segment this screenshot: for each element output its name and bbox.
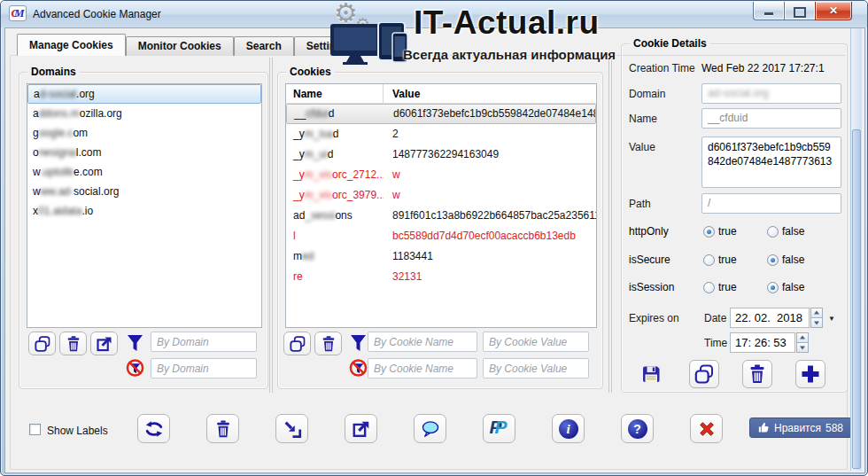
domain-field-value: ad-social.org: [708, 87, 769, 99]
domain-row[interactable]: w.uptolike.com: [27, 162, 261, 182]
domain-block-input[interactable]: [151, 358, 257, 378]
copy-button[interactable]: [283, 332, 311, 355]
radio-httponly-true[interactable]: [703, 226, 715, 238]
tab-monitor-cookies[interactable]: Monitor Cookies: [126, 36, 234, 56]
comment-button[interactable]: [414, 414, 446, 443]
help-button[interactable]: ?: [621, 414, 654, 443]
domain-row[interactable]: www.ad-social.org: [27, 182, 261, 201]
spinner-up-icon[interactable]: [796, 332, 809, 343]
date-dropdown-arrow[interactable]: [828, 311, 839, 324]
domain-row[interactable]: addons.mozilla.org: [27, 104, 261, 123]
cookie-row[interactable]: _ym_visorc_2712...w: [286, 165, 596, 185]
cookie-name-filter-input[interactable]: [368, 332, 477, 352]
app-icon: CM: [9, 5, 27, 21]
spinner-up-icon[interactable]: [810, 308, 823, 318]
show-labels-label: Show Labels: [47, 425, 108, 437]
close-icon: [697, 419, 717, 439]
cookie-row[interactable]: __cfduidd6061f373ebefc1b9cb559842de07484…: [286, 104, 596, 124]
save-button[interactable]: [636, 360, 666, 388]
domain-filter-input[interactable]: [151, 332, 257, 352]
domains-group: Domains ad-social.orgaddons.mozilla.orgg…: [19, 72, 268, 389]
cookie-row[interactable]: _ym_visorc_3979...w: [286, 185, 596, 206]
cookie-value-cell: bc5589dd7d4d70ecf00acaccb6b13edb: [384, 226, 596, 246]
domain-row[interactable]: ad-social.org: [27, 84, 261, 104]
tab-settings[interactable]: Settings: [294, 36, 360, 56]
cookie-value-block-input[interactable]: [483, 358, 589, 378]
close-window-button[interactable]: [815, 2, 852, 20]
cookie-name-block-input[interactable]: [368, 358, 477, 378]
import-button[interactable]: [275, 414, 308, 443]
value-field[interactable]: d6061f373ebefc1b9cb559842de07484e1487773…: [701, 137, 841, 188]
delete-button[interactable]: [59, 332, 87, 355]
flag-row-httponly: httpOnlytruefalse: [622, 225, 847, 239]
cookie-row[interactable]: _ym_uid148777362294163049: [286, 144, 596, 165]
radio-issession-true[interactable]: [703, 282, 715, 293]
close-button[interactable]: [690, 414, 723, 443]
date-spinner[interactable]: [810, 308, 823, 328]
domain-row[interactable]: onesignal.com: [27, 143, 261, 162]
cookie-row[interactable]: _ym_isad2: [286, 124, 596, 144]
tab-manage-cookies[interactable]: Manage Cookies: [17, 34, 126, 56]
cookie-name-text: ad: [293, 209, 305, 222]
domain-row[interactable]: google.com: [27, 123, 261, 143]
delete-button[interactable]: [314, 332, 342, 355]
cookie-name-text: _y: [293, 128, 305, 140]
info-button[interactable]: i: [552, 414, 585, 443]
radio-issecure-true[interactable]: [703, 254, 715, 266]
like-button[interactable]: Нравится 588: [749, 417, 852, 438]
radio-httponly-false[interactable]: [767, 226, 779, 238]
radio-label-false: false: [782, 225, 804, 238]
domain-field[interactable]: ad-social.org: [701, 83, 841, 104]
cookie-value-filter-input[interactable]: [483, 332, 589, 352]
spinner-down-icon[interactable]: [810, 318, 823, 328]
cookie-value-cell: 148777362294163049: [384, 144, 596, 165]
name-field[interactable]: __cfduid: [701, 108, 841, 129]
copy-button[interactable]: [28, 332, 56, 355]
delete-button[interactable]: [206, 414, 239, 443]
cookie-name-cell: l: [286, 226, 384, 246]
cookie-value-cell: w: [384, 165, 596, 185]
maximize-button[interactable]: [785, 2, 815, 20]
export-icon: [96, 335, 113, 353]
copy-icon: [289, 335, 306, 353]
path-field[interactable]: /: [701, 193, 841, 214]
cookie-name-text: cfdui: [306, 107, 328, 120]
refresh-button[interactable]: [137, 414, 170, 443]
tab-search[interactable]: Search: [234, 36, 294, 56]
export-button[interactable]: [345, 414, 377, 443]
domain-text: d-social: [40, 88, 76, 100]
cookie-row[interactable]: ad_sessions891f601c13a8b6922b664857bac25…: [286, 206, 596, 226]
cookies-table-body: __cfduidd6061f373ebefc1b9cb559842de07484…: [286, 104, 596, 287]
delete-button[interactable]: [742, 360, 772, 388]
titlebar[interactable]: CM Advanced Cookie Manager: [1, 1, 867, 27]
time-spinner[interactable]: [796, 332, 809, 353]
tab-strip: Manage CookiesMonitor CookiesSearchSetti…: [17, 34, 360, 56]
add-button[interactable]: [795, 360, 825, 388]
splitter[interactable]: [608, 58, 612, 393]
domains-list[interactable]: ad-social.orgaddons.mozilla.orggoogle.co…: [27, 83, 262, 328]
column-header-value[interactable]: Value: [384, 84, 596, 103]
cookie-row[interactable]: med1183441: [286, 246, 596, 267]
cookie-row[interactable]: re32131: [286, 267, 596, 287]
spinner-down-icon[interactable]: [796, 343, 809, 353]
toolbar-buttons: PPi?: [137, 414, 723, 443]
radio-issession-false[interactable]: [767, 282, 779, 293]
cookie-row[interactable]: lbc5589dd7d4d70ecf00acaccb6b13edb: [286, 226, 596, 246]
scrollbar[interactable]: [850, 28, 862, 471]
copy-button[interactable]: [689, 360, 719, 388]
time-field[interactable]: 17: 26: 53: [730, 332, 795, 353]
radio-label-true: true: [718, 254, 737, 266]
minimize-button[interactable]: [753, 2, 785, 20]
scrollbar-thumb[interactable]: [852, 129, 861, 469]
splitter[interactable]: [269, 58, 273, 393]
show-labels-checkbox[interactable]: [29, 424, 41, 435]
date-field[interactable]: 22. 02. 2018: [730, 308, 810, 328]
radio-issecure-false[interactable]: [767, 254, 779, 266]
domain-row[interactable]: x01.aidata.io: [27, 201, 261, 221]
export-button[interactable]: [90, 332, 118, 355]
thumb-up-icon: [758, 422, 770, 433]
paypal-button[interactable]: PP: [483, 414, 515, 443]
like-label: Нравится: [774, 422, 821, 434]
import-icon: [283, 419, 302, 439]
column-header-name[interactable]: Name: [286, 84, 384, 103]
